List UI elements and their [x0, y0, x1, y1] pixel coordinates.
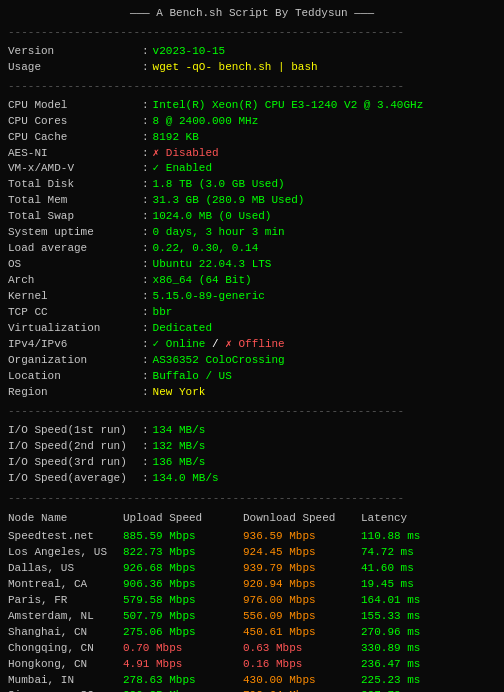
td-node: Shanghai, CN [8, 625, 123, 641]
td-node: Speedtest.net [8, 529, 123, 545]
td-upload: 239.35 Mbps [123, 688, 243, 692]
system-label: Load average [8, 241, 138, 257]
td-node: Dallas, US [8, 561, 123, 577]
th-node: Node Name [8, 511, 123, 527]
table-row: Singapore, SG239.35 Mbps792.64 Mbps237.7… [8, 688, 496, 692]
io-section: I/O Speed(1st run):134 MB/sI/O Speed(2nd… [8, 423, 496, 487]
td-latency: 270.96 ms [361, 625, 441, 641]
system-row: Virtualization:Dedicated [8, 321, 496, 337]
td-node: Hongkong, CN [8, 657, 123, 673]
system-label: Region [8, 385, 138, 401]
td-upload: 906.36 Mbps [123, 577, 243, 593]
system-row: TCP CC:bbr [8, 305, 496, 321]
system-value: 0.22, 0.30, 0.14 [153, 241, 259, 257]
system-row: Load average:0.22, 0.30, 0.14 [8, 241, 496, 257]
th-upload: Upload Speed [123, 511, 243, 527]
td-upload: 275.06 Mbps [123, 625, 243, 641]
io-value: 132 MB/s [153, 439, 206, 455]
system-label: TCP CC [8, 305, 138, 321]
td-download: 920.94 Mbps [243, 577, 361, 593]
system-row: Region:New York [8, 385, 496, 401]
table-row: Montreal, CA906.36 Mbps920.94 Mbps19.45 … [8, 577, 496, 593]
td-latency: 110.88 ms [361, 529, 441, 545]
system-label: CPU Cores [8, 114, 138, 130]
td-upload: 579.58 Mbps [123, 593, 243, 609]
td-latency: 236.47 ms [361, 657, 441, 673]
table-row: Mumbai, IN278.63 Mbps430.00 Mbps225.23 m… [8, 673, 496, 689]
io-row: I/O Speed(1st run):134 MB/s [8, 423, 496, 439]
td-download: 0.16 Mbps [243, 657, 361, 673]
td-latency: 41.60 ms [361, 561, 441, 577]
system-row: IPv4/IPv6:✓ Online / ✗ Offline [8, 337, 496, 353]
table-row: Los Angeles, US822.73 Mbps924.45 Mbps74.… [8, 545, 496, 561]
usage-value: wget -qO- bench.sh | bash [153, 60, 318, 76]
td-node: Montreal, CA [8, 577, 123, 593]
td-upload: 0.70 Mbps [123, 641, 243, 657]
td-latency: 74.72 ms [361, 545, 441, 561]
usage-label: Usage [8, 60, 138, 76]
system-row: System uptime:0 days, 3 hour 3 min [8, 225, 496, 241]
header-section: Version : v2023-10-15 Usage : wget -qO- … [8, 44, 496, 76]
table-row: Speedtest.net885.59 Mbps936.59 Mbps110.8… [8, 529, 496, 545]
version-label: Version [8, 44, 138, 60]
system-label: Organization [8, 353, 138, 369]
system-value: ✓ Enabled [153, 161, 212, 177]
system-row: Total Mem:31.3 GB (280.9 MB Used) [8, 193, 496, 209]
io-row: I/O Speed(average):134.0 MB/s [8, 471, 496, 487]
table-row: Amsterdam, NL507.79 Mbps556.09 Mbps155.3… [8, 609, 496, 625]
td-download: 976.00 Mbps [243, 593, 361, 609]
system-row: CPU Model:Intel(R) Xeon(R) CPU E3-1240 V… [8, 98, 496, 114]
io-label: I/O Speed(3rd run) [8, 455, 138, 471]
system-label: Total Mem [8, 193, 138, 209]
td-latency: 225.23 ms [361, 673, 441, 689]
td-latency: 164.01 ms [361, 593, 441, 609]
td-download: 430.00 Mbps [243, 673, 361, 689]
io-row: I/O Speed(2nd run):132 MB/s [8, 439, 496, 455]
speed-table: Node NameUpload SpeedDownload SpeedLaten… [8, 511, 496, 692]
td-upload: 885.59 Mbps [123, 529, 243, 545]
io-value: 134.0 MB/s [153, 471, 219, 487]
table-row: Paris, FR579.58 Mbps976.00 Mbps164.01 ms [8, 593, 496, 609]
td-latency: 237.78 ms [361, 688, 441, 692]
io-label: I/O Speed(average) [8, 471, 138, 487]
td-upload: 926.68 Mbps [123, 561, 243, 577]
td-node: Mumbai, IN [8, 673, 123, 689]
system-value: bbr [153, 305, 173, 321]
system-value: AS36352 ColoCrossing [153, 353, 285, 369]
system-label: OS [8, 257, 138, 273]
td-latency: 19.45 ms [361, 577, 441, 593]
divider-1: ----------------------------------------… [8, 79, 496, 95]
title-line: ——— A Bench.sh Script By Teddysun ——— [8, 6, 496, 22]
system-value: 31.3 GB (280.9 MB Used) [153, 193, 305, 209]
io-value: 134 MB/s [153, 423, 206, 439]
td-node: Amsterdam, NL [8, 609, 123, 625]
td-node: Los Angeles, US [8, 545, 123, 561]
system-row: Arch:x86_64 (64 Bit) [8, 273, 496, 289]
system-label: Total Disk [8, 177, 138, 193]
system-row: Total Swap:1024.0 MB (0 Used) [8, 209, 496, 225]
td-download: 936.59 Mbps [243, 529, 361, 545]
system-row: VM-x/AMD-V:✓ Enabled [8, 161, 496, 177]
system-label: System uptime [8, 225, 138, 241]
version-value: v2023-10-15 [153, 44, 226, 60]
system-row: Location:Buffalo / US [8, 369, 496, 385]
system-row: CPU Cache:8192 KB [8, 130, 496, 146]
system-label: Virtualization [8, 321, 138, 337]
td-upload: 278.63 Mbps [123, 673, 243, 689]
io-value: 136 MB/s [153, 455, 206, 471]
td-node: Chongqing, CN [8, 641, 123, 657]
th-download: Download Speed [243, 511, 361, 527]
divider-2: ----------------------------------------… [8, 404, 496, 420]
system-row: Organization:AS36352 ColoCrossing [8, 353, 496, 369]
system-row: Kernel:5.15.0-89-generic [8, 289, 496, 305]
td-download: 0.63 Mbps [243, 641, 361, 657]
td-upload: 4.91 Mbps [123, 657, 243, 673]
divider-top: ----------------------------------------… [8, 25, 496, 41]
system-value: Intel(R) Xeon(R) CPU E3-1240 V2 @ 3.40GH… [153, 98, 424, 114]
td-upload: 822.73 Mbps [123, 545, 243, 561]
system-value: New York [153, 385, 206, 401]
td-download: 556.09 Mbps [243, 609, 361, 625]
system-value: ✓ Online / ✗ Offline [153, 337, 285, 353]
table-header: Node NameUpload SpeedDownload SpeedLaten… [8, 511, 496, 527]
table-row: Hongkong, CN4.91 Mbps0.16 Mbps236.47 ms [8, 657, 496, 673]
